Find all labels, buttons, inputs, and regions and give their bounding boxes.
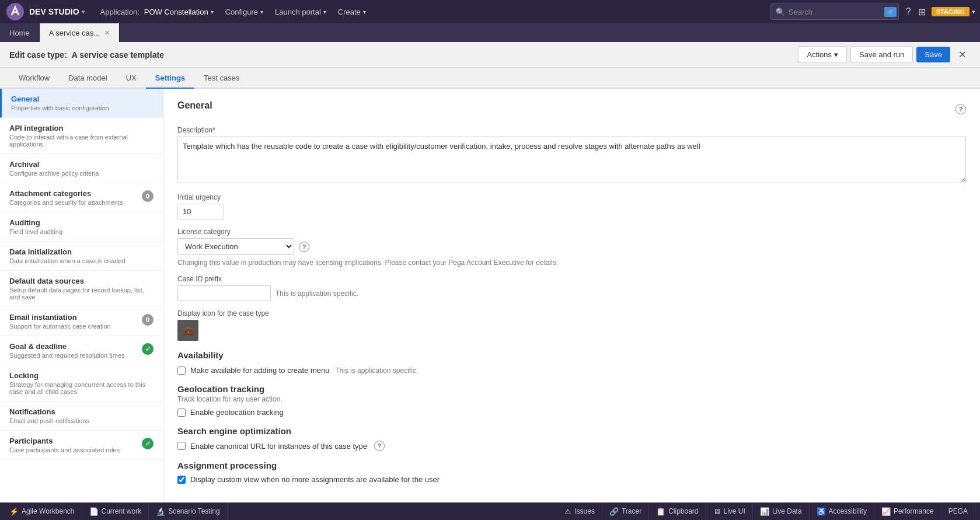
grid-icon[interactable]: ⊞ bbox=[918, 6, 926, 18]
case-id-prefix-label: Case ID prefix bbox=[177, 275, 966, 283]
enable-canonical-checkbox[interactable] bbox=[177, 442, 186, 450]
search-check-button[interactable]: ✓ bbox=[884, 7, 897, 17]
accessibility-label: Accessibility bbox=[829, 507, 867, 515]
bottom-performance[interactable]: 📈 Performance bbox=[874, 502, 941, 520]
make-available-hint: This is application specific. bbox=[335, 367, 418, 375]
assignment-section: Assignment processing Display custom vie… bbox=[177, 460, 966, 484]
sidebar: General Properties with basic configurat… bbox=[0, 89, 163, 502]
save-and-run-button[interactable]: Save and run bbox=[850, 46, 913, 63]
nav-create[interactable]: Create ▾ bbox=[332, 0, 372, 23]
help-icon[interactable]: ? bbox=[906, 6, 911, 17]
current-work-icon: 📄 bbox=[89, 507, 99, 516]
case-id-prefix-input[interactable] bbox=[177, 285, 271, 301]
geo-title: Geolocation tracking bbox=[177, 384, 966, 394]
make-available-row: Make available for adding to create menu… bbox=[177, 366, 966, 375]
search-icon: 🔍 bbox=[776, 8, 785, 16]
content-area: General ? Description* Template which ha… bbox=[163, 89, 980, 502]
app-chevron-icon[interactable]: ▾ bbox=[82, 8, 85, 16]
license-category-help-icon[interactable]: ? bbox=[299, 242, 309, 252]
tab-settings[interactable]: Settings bbox=[146, 68, 194, 89]
bottom-agile-workbench[interactable]: ⚡ Agile Workbench bbox=[5, 502, 82, 520]
tab-data-model[interactable]: Data model bbox=[59, 68, 116, 89]
display-icon-label: Display icon for the case type bbox=[177, 309, 966, 317]
goal-deadline-badge: ✓ bbox=[142, 343, 154, 355]
bottom-scenario-testing[interactable]: 🔬 Scenario Testing bbox=[149, 502, 228, 520]
staging-badge: STAGING bbox=[932, 7, 969, 16]
sidebar-item-auditing[interactable]: Auditing Field level auditing bbox=[0, 212, 163, 242]
scenario-testing-label: Scenario Testing bbox=[168, 507, 220, 515]
enable-canonical-row: Enable canonical URL for instances of th… bbox=[177, 441, 966, 451]
bottom-live-data[interactable]: 📊 Live Data bbox=[753, 502, 810, 520]
configure-chevron-icon: ▾ bbox=[260, 9, 263, 15]
sidebar-item-locking[interactable]: Locking Strategy for managing concurrent… bbox=[0, 365, 163, 402]
nav-application-name: POW Constellation bbox=[144, 8, 208, 16]
issues-icon: ⚠ bbox=[564, 507, 571, 516]
bottom-clipboard[interactable]: 📋 Clipboard bbox=[649, 502, 706, 520]
seo-section: Search engine optimization Enable canoni… bbox=[177, 426, 966, 451]
search-box: 🔍 ✓ bbox=[770, 4, 899, 20]
actions-button[interactable]: Actions ▾ bbox=[798, 46, 847, 63]
sidebar-item-participants[interactable]: Participants Case participants and assoc… bbox=[0, 431, 163, 460]
sidebar-item-notifications[interactable]: Notifications Email and push notificatio… bbox=[0, 402, 163, 431]
sidebar-item-data-initialization[interactable]: Data initialization Data initialization … bbox=[0, 242, 163, 271]
sidebar-item-default-data-sources[interactable]: Default data sources Setup default data … bbox=[0, 271, 163, 307]
sidebar-item-goal-deadline[interactable]: Goal & deadline Suggested and required r… bbox=[0, 336, 163, 365]
bottom-pega[interactable]: PEGA bbox=[941, 502, 975, 520]
enable-geo-checkbox[interactable] bbox=[177, 409, 186, 417]
close-tab-icon[interactable]: ✕ bbox=[104, 29, 110, 37]
display-custom-view-checkbox[interactable] bbox=[177, 476, 186, 484]
main-body: General Properties with basic configurat… bbox=[0, 89, 980, 502]
general-help-icon[interactable]: ? bbox=[955, 104, 966, 114]
email-instantiation-badge: 0 bbox=[142, 314, 154, 326]
tab-ux[interactable]: UX bbox=[117, 68, 146, 89]
clipboard-icon: 📋 bbox=[656, 507, 665, 516]
nav-configure[interactable]: Configure ▾ bbox=[219, 0, 269, 23]
pega-logo bbox=[5, 1, 26, 22]
tracer-label: Tracer bbox=[622, 507, 641, 515]
availability-title: Availability bbox=[177, 350, 966, 360]
bottom-toolbar: ⚡ Agile Workbench 📄 Current work 🔬 Scena… bbox=[0, 502, 980, 520]
tab-test-cases[interactable]: Test cases bbox=[194, 68, 249, 89]
nav-configure-label: Configure bbox=[225, 8, 258, 16]
agile-workbench-icon: ⚡ bbox=[9, 507, 19, 516]
sidebar-item-api-integration[interactable]: API integration Code to interact with a … bbox=[0, 118, 163, 154]
make-available-checkbox[interactable] bbox=[177, 367, 186, 375]
description-textarea[interactable]: Template which has the reusable code to … bbox=[177, 137, 966, 183]
staging-chevron-icon[interactable]: ▾ bbox=[972, 8, 975, 16]
live-ui-label: Live UI bbox=[724, 507, 745, 515]
bottom-accessibility[interactable]: ♿ Accessibility bbox=[810, 502, 874, 520]
bottom-tracer[interactable]: 🔗 Tracer bbox=[602, 502, 649, 520]
edit-header-title: Edit case type: A service case template bbox=[9, 50, 798, 60]
initial-urgency-input[interactable] bbox=[177, 204, 224, 219]
case-type-icon-button[interactable]: 💼 bbox=[177, 320, 198, 341]
pega-label: PEGA bbox=[948, 507, 968, 515]
tab-workflow[interactable]: Workflow bbox=[9, 68, 59, 89]
app-name: DEV STUDIO bbox=[29, 7, 79, 16]
save-button[interactable]: Save bbox=[916, 47, 950, 62]
sidebar-item-archival[interactable]: Archival Configure archive policy criter… bbox=[0, 154, 163, 183]
top-navigation: DEV STUDIO ▾ Application: POW Constellat… bbox=[0, 0, 980, 23]
nav-launch-portal[interactable]: Launch portal ▾ bbox=[269, 0, 332, 23]
tab-bar: Home A service cas... ✕ bbox=[0, 23, 980, 42]
search-input[interactable] bbox=[789, 8, 882, 16]
sidebar-item-email-instantiation[interactable]: Email instantiation Support for automati… bbox=[0, 307, 163, 336]
sidebar-item-general[interactable]: General Properties with basic configurat… bbox=[0, 89, 163, 118]
close-button[interactable]: ✕ bbox=[954, 47, 971, 62]
sidebar-item-attachment-categories[interactable]: Attachment categories Categories and sec… bbox=[0, 183, 163, 212]
bottom-current-work[interactable]: 📄 Current work bbox=[82, 502, 149, 520]
bottom-live-ui[interactable]: 🖥 Live UI bbox=[706, 502, 753, 520]
participants-badge: ✓ bbox=[142, 438, 154, 449]
make-available-label: Make available for adding to create menu… bbox=[190, 366, 418, 375]
nav-application[interactable]: Application: POW Constellation ▾ bbox=[95, 0, 219, 23]
bottom-issues[interactable]: ⚠ Issues bbox=[557, 502, 602, 520]
tab-home[interactable]: Home bbox=[0, 23, 40, 42]
edit-header-case-name: A service case template bbox=[72, 50, 164, 60]
tab-service-case[interactable]: A service cas... ✕ bbox=[40, 23, 120, 42]
enable-canonical-label: Enable canonical URL for instances of th… bbox=[190, 442, 367, 451]
performance-label: Performance bbox=[894, 507, 934, 515]
edit-header: Edit case type: A service case template … bbox=[0, 42, 980, 68]
tab-service-case-label: A service cas... bbox=[49, 29, 100, 37]
license-category-select[interactable]: Work Execution Messaging Self-Service bbox=[177, 238, 294, 255]
geo-subtitle: Track location for any user action. bbox=[177, 395, 966, 403]
canonical-help-icon[interactable]: ? bbox=[374, 441, 385, 451]
